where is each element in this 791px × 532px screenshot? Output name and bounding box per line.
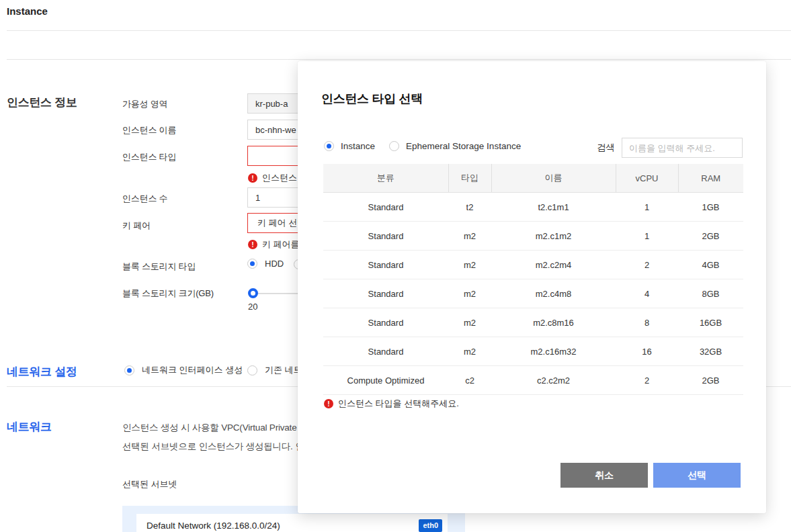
table-cell: m2.c1m2 <box>491 222 616 251</box>
existing-network-interface-label: 기존 네트 <box>265 364 302 376</box>
table-cell: m2 <box>448 337 491 366</box>
table-cell: m2 <box>448 279 491 308</box>
network-interface-existing-option: 기존 네트 <box>247 364 302 376</box>
table-row[interactable]: Standardt2t2.c1m111GB <box>323 193 743 222</box>
table-cell: m2.c16m32 <box>491 337 616 366</box>
table-cell: 4GB <box>678 251 743 279</box>
table-cell: 16GB <box>678 308 743 337</box>
block-storage-size-label: 블록 스토리지 크기(GB) <box>122 287 214 300</box>
table-row[interactable]: Compute Optimizedc2c2.c2m222GB <box>323 366 743 395</box>
column-header: RAM <box>678 164 743 193</box>
table-cell: m2 <box>448 251 491 279</box>
instance-create-page: Instance 인스턴스 정보 가용성 영역 인스턴스 이름 인스턴스 타입 … <box>0 0 791 532</box>
modal-buttons: 취소 선택 <box>560 463 741 488</box>
instance-type-label: 인스턴스 타입 <box>122 151 176 163</box>
search-area: 검색 <box>597 138 743 158</box>
column-header: 타입 <box>448 164 491 193</box>
block-storage-size-value: 20 <box>248 302 257 312</box>
error-icon <box>248 240 257 249</box>
block-storage-type-options: HDD <box>247 259 284 269</box>
table-cell: m2 <box>448 222 491 251</box>
selected-subnet-label: 선택된 서브넷 <box>122 478 177 490</box>
column-header: 이름 <box>491 164 616 193</box>
table-cell: 2 <box>616 251 678 279</box>
key-pair-error: 키 페어를 <box>248 238 300 251</box>
key-pair-label: 키 페어 <box>122 220 151 232</box>
section-heading-instance-info: 인스턴스 정보 <box>7 95 77 110</box>
create-network-interface-label: 네트워크 인터페이스 생성 <box>142 364 243 376</box>
table-cell: t2.c1m1 <box>491 193 616 222</box>
table-cell: 32GB <box>678 337 743 366</box>
column-header: vCPU <box>616 164 678 193</box>
modal-type-filter-options: Instance Ephemeral Storage Instance <box>324 141 521 151</box>
table-cell: 8GB <box>678 279 743 308</box>
instance-type-modal: 인스턴스 타입 선택 Instance Ephemeral Storage In… <box>298 61 766 513</box>
error-text: 인스턴스 타입을 선택해주세요. <box>338 398 459 410</box>
search-input[interactable] <box>622 138 743 158</box>
table-cell: m2.c8m16 <box>491 308 616 337</box>
table-cell: 1 <box>616 222 678 251</box>
modal-error: 인스턴스 타입을 선택해주세요. <box>324 398 459 410</box>
table-cell: m2 <box>448 308 491 337</box>
hdd-radio-label: HDD <box>265 259 284 269</box>
page-title: Instance <box>7 5 48 17</box>
instance-radio-label: Instance <box>341 141 375 151</box>
network-description-line1: 인스턴스 생성 시 사용할 VPC(Virtual Private C <box>122 422 306 434</box>
network-interface-create-option: 네트워크 인터페이스 생성 <box>124 364 243 376</box>
table-cell: Standard <box>323 193 448 222</box>
table-cell: 2GB <box>678 366 743 395</box>
table-body: Standardt2t2.c1m111GBStandardm2m2.c1m212… <box>323 193 743 395</box>
select-button[interactable]: 선택 <box>653 463 741 488</box>
section-heading-network-settings: 네트워크 설정 <box>7 364 77 380</box>
table-cell: c2.c2m2 <box>491 366 616 395</box>
instance-count-label: 인스턴스 수 <box>122 193 167 205</box>
table-row[interactable]: Standardm2m2.c1m212GB <box>323 222 743 251</box>
instance-type-error: 인스턴스 <box>248 172 297 184</box>
error-text: 키 페어를 <box>262 238 300 251</box>
table-cell: Standard <box>323 337 448 366</box>
table-cell: 8 <box>616 308 678 337</box>
table-cell: t2 <box>448 193 491 222</box>
table-cell: 4 <box>616 279 678 308</box>
table-cell: 1GB <box>678 193 743 222</box>
table-cell: m2.c2m4 <box>491 251 616 279</box>
subnet-list-item[interactable]: Default Network (192.168.0.0/24) eth0 <box>136 514 448 532</box>
error-text: 인스턴스 <box>262 172 297 184</box>
block-storage-size-slider-handle[interactable] <box>248 288 258 298</box>
modal-title: 인스턴스 타입 선택 <box>321 91 423 107</box>
cancel-button[interactable]: 취소 <box>560 463 648 488</box>
table-cell: Standard <box>323 279 448 308</box>
create-network-interface-radio[interactable] <box>124 365 134 375</box>
column-header: 분류 <box>323 164 448 193</box>
error-icon <box>248 173 257 183</box>
table-cell: 16 <box>616 337 678 366</box>
network-description-line2: 선택된 서브넷으로 인스턴스가 생성됩니다. 인스 <box>122 441 313 453</box>
table-cell: c2 <box>448 366 491 395</box>
instance-radio[interactable] <box>324 141 334 151</box>
eth0-badge: eth0 <box>419 519 442 532</box>
ephemeral-storage-radio[interactable] <box>389 141 399 151</box>
table-header-row: 분류타입이름vCPURAM <box>323 164 743 193</box>
error-icon <box>324 399 333 408</box>
section-heading-network: 네트워크 <box>7 419 52 435</box>
table-cell: Standard <box>323 308 448 337</box>
instance-name-label: 인스턴스 이름 <box>122 124 176 136</box>
table-cell: m2.c4m8 <box>491 279 616 308</box>
table-row[interactable]: Standardm2m2.c8m16816GB <box>323 308 743 337</box>
table-row[interactable]: Standardm2m2.c4m848GB <box>323 279 743 308</box>
hdd-radio[interactable] <box>247 259 257 269</box>
availability-zone-label: 가용성 영역 <box>122 98 167 110</box>
search-label: 검색 <box>597 142 615 154</box>
instance-type-table: 분류타입이름vCPURAM Standardt2t2.c1m111GBStand… <box>323 164 743 395</box>
table-row[interactable]: Standardm2m2.c2m424GB <box>323 251 743 279</box>
divider <box>7 30 791 31</box>
table-cell: 2GB <box>678 222 743 251</box>
divider <box>7 59 791 60</box>
table-cell: Standard <box>323 251 448 279</box>
existing-network-interface-radio[interactable] <box>247 365 257 375</box>
table-cell: Standard <box>323 222 448 251</box>
table-row[interactable]: Standardm2m2.c16m321632GB <box>323 337 743 366</box>
table-cell: Compute Optimized <box>323 366 448 395</box>
table-cell: 2 <box>616 366 678 395</box>
subnet-name: Default Network (192.168.0.0/24) <box>147 521 280 531</box>
